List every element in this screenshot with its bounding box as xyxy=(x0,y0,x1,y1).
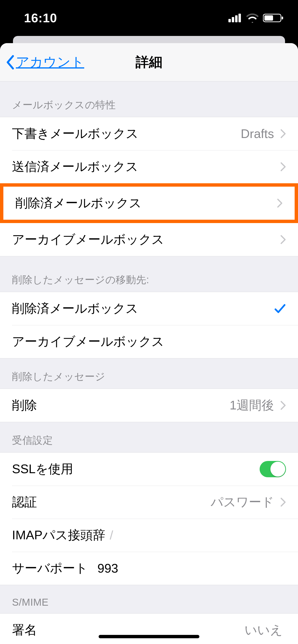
status-bar: 16:10 xyxy=(0,0,298,36)
ssl-toggle[interactable] xyxy=(260,461,286,477)
status-right xyxy=(228,13,284,23)
highlight-deleted-mailbox: 削除済メールボックス xyxy=(0,183,298,223)
row-label: サーバポート xyxy=(12,560,88,577)
checkmark-icon xyxy=(274,302,286,314)
battery-icon xyxy=(263,13,284,23)
group-mailbox-behavior: 下書きメールボックス Drafts 送信済メールボックス xyxy=(0,117,298,183)
row-label: 下書きメールボックス xyxy=(12,125,138,142)
row-value: Drafts xyxy=(241,126,274,141)
svg-rect-1 xyxy=(232,17,234,22)
group-smime: 署名 いいえ xyxy=(0,613,298,644)
row-move-deleted[interactable]: 削除済メールボックス xyxy=(0,292,298,325)
row-label: IMAPパス接頭辞 xyxy=(12,527,105,544)
row-move-archive[interactable]: アーカイブメールボックス xyxy=(0,325,298,358)
row-archive-mailbox[interactable]: アーカイブメールボックス xyxy=(0,223,298,256)
row-label: 署名 xyxy=(12,622,37,638)
row-label: 送信済メールボックス xyxy=(12,158,138,175)
back-label: アカウント xyxy=(16,53,84,72)
row-remove[interactable]: 削除 1週間後 xyxy=(0,389,298,422)
section-header-mailbox-behavior: メールボックスの特性 xyxy=(0,82,298,117)
chevron-right-icon xyxy=(280,162,286,172)
section-header-incoming: 受信設定 xyxy=(0,422,298,452)
wifi-icon xyxy=(246,14,259,22)
chevron-left-icon xyxy=(6,55,14,70)
back-button[interactable]: アカウント xyxy=(6,43,84,81)
section-header-deleted-messages: 削除したメッセージ xyxy=(0,358,298,388)
row-label: 認証 xyxy=(12,494,37,510)
row-sign[interactable]: 署名 いいえ xyxy=(0,614,298,644)
home-indicator[interactable] xyxy=(99,635,199,638)
group-incoming: SSLを使用 認証 パスワード IMAPパス接頭辞 / サーバポート 993 xyxy=(0,452,298,585)
row-label: 削除済メールボックス xyxy=(15,195,141,212)
group-deleted-messages: 削除 1週間後 xyxy=(0,388,298,422)
row-authentication[interactable]: 認証 パスワード xyxy=(0,486,298,519)
group-move-discarded: 削除済メールボックス アーカイブメールボックス xyxy=(0,292,298,358)
row-value: / xyxy=(110,528,113,542)
chevron-right-icon xyxy=(277,198,283,208)
row-server-port[interactable]: サーバポート 993 xyxy=(0,552,298,585)
row-value: いいえ xyxy=(244,622,283,638)
section-header-move-discarded: 削除したメッセージの移動先: xyxy=(0,256,298,292)
svg-rect-2 xyxy=(235,15,238,22)
svg-rect-0 xyxy=(228,19,231,22)
row-use-ssl: SSLを使用 xyxy=(0,452,298,486)
chevron-right-icon xyxy=(280,498,286,507)
navigation-bar: アカウント 詳細 xyxy=(0,43,298,82)
section-header-smime: S/MIME xyxy=(0,585,298,613)
row-sent-mailbox[interactable]: 送信済メールボックス xyxy=(0,150,298,183)
row-label: SSLを使用 xyxy=(12,461,73,478)
group-mailbox-behavior-2: アーカイブメールボックス xyxy=(0,223,298,256)
row-label: アーカイブメールボックス xyxy=(12,333,164,350)
svg-rect-6 xyxy=(264,15,273,20)
chevron-right-icon xyxy=(280,235,286,244)
row-label: 削除 xyxy=(12,397,37,414)
chevron-right-icon xyxy=(280,129,286,138)
svg-rect-3 xyxy=(238,14,241,22)
row-label: 削除済メールボックス xyxy=(12,300,138,317)
settings-sheet: アカウント 詳細 メールボックスの特性 下書きメールボックス Drafts 送信… xyxy=(0,43,298,644)
row-value: パスワード xyxy=(211,494,274,510)
svg-rect-5 xyxy=(282,16,283,20)
chevron-right-icon xyxy=(280,400,286,410)
row-imap-prefix[interactable]: IMAPパス接頭辞 / xyxy=(0,519,298,552)
row-drafts-mailbox[interactable]: 下書きメールボックス Drafts xyxy=(0,117,298,150)
row-label: アーカイブメールボックス xyxy=(12,231,164,248)
status-time: 16:10 xyxy=(24,11,57,25)
row-value: 993 xyxy=(97,561,118,576)
row-value: 1週間後 xyxy=(230,397,274,414)
row-deleted-mailbox[interactable]: 削除済メールボックス xyxy=(3,187,295,220)
cellular-icon xyxy=(228,14,242,22)
